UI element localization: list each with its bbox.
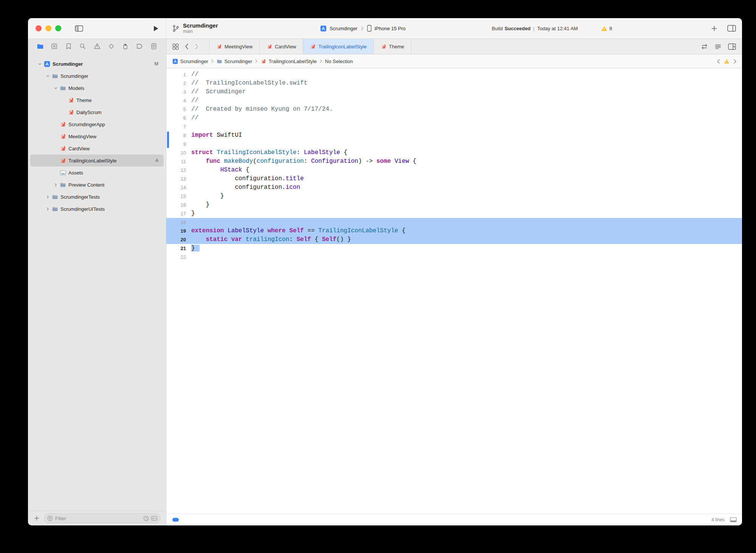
editor-layout-icon[interactable] bbox=[727, 25, 736, 32]
toggle-navigator-icon[interactable] bbox=[75, 25, 83, 32]
code-line-11[interactable]: 11 func makeBody(configuration: Configur… bbox=[166, 157, 742, 166]
tree-item-models[interactable]: Models bbox=[30, 82, 164, 94]
close-window-button[interactable] bbox=[36, 25, 42, 31]
issues-navigator-icon[interactable] bbox=[93, 42, 101, 50]
code-line-12[interactable]: 12 HStack { bbox=[166, 166, 742, 175]
code-line-17[interactable]: 17} bbox=[166, 209, 742, 218]
code-review-arrows-icon[interactable] bbox=[701, 44, 708, 49]
code-line-6[interactable]: 6// bbox=[166, 114, 742, 122]
disclosure-open-icon[interactable] bbox=[43, 73, 52, 79]
navigate-back-icon[interactable] bbox=[185, 43, 189, 49]
zoom-window-button[interactable] bbox=[55, 25, 61, 31]
code-line-4[interactable]: 4// bbox=[166, 96, 742, 105]
breadcrumb-item-scrumdinger[interactable]: Scrumdinger bbox=[217, 59, 253, 64]
line-number: 6 bbox=[166, 114, 186, 122]
find-navigator-icon[interactable] bbox=[79, 42, 87, 50]
scheme-selector[interactable]: Scrumdinger iPhone 15 Pro bbox=[320, 18, 406, 39]
adjust-editor-options-icon[interactable] bbox=[730, 517, 737, 522]
tree-item-assets[interactable]: Assets bbox=[30, 167, 164, 179]
disclosure-open-icon[interactable] bbox=[36, 61, 44, 67]
code-line-7[interactable]: 7 bbox=[166, 122, 742, 131]
code-line-21[interactable]: 21} bbox=[166, 244, 742, 253]
tree-item-scrumdingerapp[interactable]: ScrumdingerApp bbox=[30, 118, 164, 130]
scheme-branch-area[interactable]: Scrumdinger main bbox=[172, 18, 218, 39]
tree-item-scrumdinger[interactable]: Scrumdinger bbox=[30, 70, 164, 82]
tree-item-theme[interactable]: Theme bbox=[30, 94, 164, 106]
issue-warning-icon[interactable] bbox=[724, 59, 730, 64]
disclosure-open-icon[interactable] bbox=[51, 85, 60, 91]
tab-overview-icon[interactable] bbox=[172, 43, 179, 50]
bookmarks-navigator-icon[interactable] bbox=[65, 42, 72, 50]
breakpoints-navigator-icon[interactable] bbox=[136, 42, 143, 50]
warning-counter[interactable]: 9 bbox=[601, 18, 612, 39]
tree-item-cardview[interactable]: CardView bbox=[30, 142, 164, 154]
folder-icon bbox=[52, 194, 58, 200]
add-editor-split-icon[interactable] bbox=[728, 43, 736, 50]
tab-theme[interactable]: Theme bbox=[374, 39, 411, 54]
build-result-label: Succeeded bbox=[505, 26, 531, 31]
line-number: 9 bbox=[166, 140, 186, 148]
code-line-10[interactable]: 10struct TrailingIconLabelStyle: LabelSt… bbox=[166, 148, 742, 157]
minimize-window-button[interactable] bbox=[45, 25, 51, 31]
breadcrumb-item-trailingiconlabelstyle[interactable]: TrailingIconLabelStyle bbox=[260, 59, 316, 64]
code-line-2[interactable]: 2// TrailingIconLabelStyle.swift bbox=[166, 79, 742, 88]
project-navigator-icon[interactable] bbox=[36, 42, 44, 50]
tree-item-label: CardView bbox=[68, 146, 90, 151]
code-line-5[interactable]: 5// Created by minseo Kyung on 7/17/24. bbox=[166, 105, 742, 114]
tree-item-trailingiconlabelstyle[interactable]: TrailingIconLabelStyleA bbox=[30, 154, 164, 167]
reports-navigator-icon[interactable] bbox=[150, 42, 158, 50]
run-button[interactable] bbox=[153, 25, 159, 32]
selection-info-label: 4 lines bbox=[711, 517, 725, 522]
breadcrumb-item-no-selection[interactable]: No Selection bbox=[325, 59, 353, 64]
filter-input[interactable]: Filter bbox=[44, 513, 161, 523]
folder-icon bbox=[60, 85, 66, 91]
code-line-19[interactable]: 19extension LabelStyle where Self == Tra… bbox=[166, 227, 742, 235]
code-line-9[interactable]: 9 bbox=[166, 140, 742, 148]
minimap-list-icon[interactable] bbox=[715, 44, 721, 49]
code-line-14[interactable]: 14 configuration.icon bbox=[166, 183, 742, 192]
code-line-18[interactable]: 18 bbox=[166, 218, 742, 227]
code-line-13[interactable]: 13 configuration.title bbox=[166, 175, 742, 183]
add-file-plus-icon[interactable] bbox=[34, 516, 39, 521]
disclosure-closed-icon[interactable] bbox=[43, 206, 52, 212]
code-line-20[interactable]: 20 static var trailingIcon: Self { Self(… bbox=[166, 235, 742, 244]
disclosure-closed-icon[interactable] bbox=[51, 182, 60, 188]
tree-item-scrumdinger[interactable]: ScrumdingerM bbox=[30, 58, 164, 70]
device-phone-icon bbox=[367, 25, 372, 32]
warning-triangle-icon bbox=[601, 26, 607, 31]
source-editor[interactable]: 1//2// TrailingIconLabelStyle.swift3// S… bbox=[166, 68, 742, 514]
editor-area: MeetingViewCardViewTrailingIconLabelStyl… bbox=[166, 39, 742, 525]
recent-files-clock-icon[interactable] bbox=[143, 516, 149, 521]
disclosure-closed-icon[interactable] bbox=[43, 194, 52, 200]
tab-trailingiconlabelstyle[interactable]: TrailingIconLabelStyle bbox=[303, 39, 373, 54]
source-control-navigator-icon[interactable] bbox=[51, 42, 58, 50]
activity-status[interactable]: Build Succeeded | Today at 12:41 AM bbox=[492, 18, 578, 39]
tree-item-dailyscrum[interactable]: DailyScrum bbox=[30, 106, 164, 118]
navigate-forward-icon[interactable] bbox=[195, 43, 198, 49]
add-editor-plus-icon[interactable] bbox=[711, 25, 717, 32]
folder-icon bbox=[217, 59, 222, 64]
tab-cardview[interactable]: CardView bbox=[260, 39, 303, 54]
code-line-1[interactable]: 1// bbox=[166, 70, 742, 79]
tree-item-scrumdingertests[interactable]: ScrumdingerTests bbox=[30, 191, 164, 203]
previous-issue-icon[interactable] bbox=[717, 59, 720, 64]
tab-meetingview[interactable]: MeetingView bbox=[209, 39, 260, 54]
next-issue-icon[interactable] bbox=[733, 59, 737, 64]
tree-item-preview-content[interactable]: Preview Content bbox=[30, 179, 164, 191]
code-line-22[interactable]: 22 bbox=[166, 253, 742, 261]
code-line-16[interactable]: 16 } bbox=[166, 201, 742, 209]
code-line-3[interactable]: 3// Scrumdinger bbox=[166, 88, 742, 96]
titlebar-right bbox=[711, 18, 736, 39]
code-line-15[interactable]: 15 } bbox=[166, 192, 742, 201]
code-line-8[interactable]: 8import SwiftUI bbox=[166, 131, 742, 140]
tree-item-meetingview[interactable]: MeetingView bbox=[30, 130, 164, 142]
breadcrumb-item-scrumdinger[interactable]: Scrumdinger bbox=[172, 59, 208, 64]
titlebar: Scrumdinger main Scrumdinger iPhone 15 P… bbox=[28, 18, 742, 39]
tests-navigator-icon[interactable] bbox=[107, 42, 115, 50]
debug-navigator-icon[interactable] bbox=[122, 42, 129, 50]
swift-file-icon bbox=[68, 97, 74, 103]
source-control-status-filter-icon[interactable] bbox=[151, 516, 157, 521]
jump-bar: ScrumdingerScrumdingerTrailingIconLabelS… bbox=[166, 54, 742, 68]
line-number: 12 bbox=[166, 166, 186, 175]
tree-item-scrumdingeruitests[interactable]: ScrumdingerUITests bbox=[30, 203, 164, 215]
